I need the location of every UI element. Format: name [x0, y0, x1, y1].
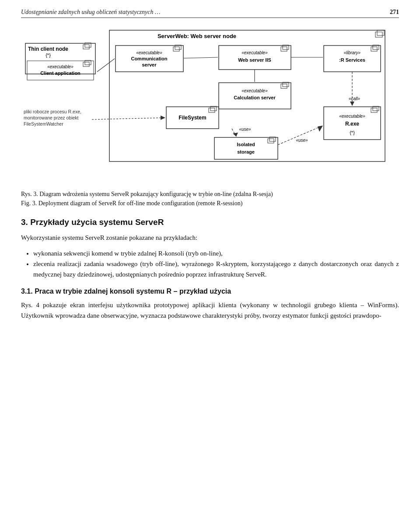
- list-item: wykonania sekwencji komend w trybie zdal…: [33, 248, 399, 259]
- section3-title: Przykłady użycia systemu ServeR: [30, 217, 164, 227]
- svg-text:Client application: Client application: [40, 70, 80, 76]
- svg-text:{*}: {*}: [46, 53, 51, 58]
- svg-rect-31: [281, 84, 287, 88]
- svg-rect-21: [281, 47, 287, 51]
- header-title: Udostępnianie zdalnych usług obliczeń st…: [21, 9, 160, 16]
- deployment-diagram: ServerWeb: Web server node Thin client n…: [22, 26, 398, 183]
- svg-text:«executable»: «executable»: [339, 114, 365, 119]
- svg-text:{*}: {*}: [350, 130, 355, 135]
- svg-text:«call»: «call»: [349, 96, 360, 101]
- svg-text:Web server IIS: Web server IIS: [238, 57, 271, 63]
- svg-text:pliki  robocze procesu R.exe,: pliki robocze procesu R.exe,: [24, 109, 81, 114]
- svg-line-64: [97, 59, 115, 72]
- svg-marker-52: [350, 102, 354, 106]
- svg-text:Communication: Communication: [131, 56, 167, 61]
- svg-rect-39: [214, 137, 278, 159]
- figure-caption: Rys. 3. Diagram wdrożenia systemu ServeR…: [21, 189, 399, 208]
- svg-text:FileSystem: FileSystem: [178, 115, 206, 121]
- svg-text:Isolated: Isolated: [237, 142, 255, 147]
- svg-marker-63: [161, 116, 165, 120]
- subsection31-heading: 3.1. Praca w trybie zdalnej konsoli syst…: [21, 288, 399, 295]
- svg-rect-40: [268, 139, 274, 143]
- svg-rect-15: [173, 47, 179, 51]
- list-item: zlecenia realizacji zadania wsadowego (t…: [33, 259, 399, 280]
- svg-marker-58: [318, 126, 323, 132]
- svg-rect-7: [83, 45, 89, 49]
- svg-rect-3: [377, 30, 384, 35]
- svg-line-62: [92, 118, 165, 119]
- svg-rect-36: [209, 108, 215, 112]
- caption-english: Fig. 3. Deployment diagram of ServeR for…: [21, 199, 399, 208]
- svg-text:«executable»: «executable»: [242, 88, 268, 93]
- svg-text:«library»: «library»: [344, 50, 361, 55]
- bullet-list: wykonania sekwencji komend w trybie zdal…: [33, 248, 399, 280]
- page-header: Udostępnianie zdalnych usług obliczeń st…: [21, 9, 399, 18]
- svg-text:monitorowane przez obiekt: monitorowane przez obiekt: [24, 115, 79, 120]
- section3-intro: Wykorzystanie systemu ServeR zostanie po…: [21, 232, 399, 243]
- svg-text:«use»: «use»: [296, 138, 308, 143]
- svg-text:«use»: «use»: [239, 127, 251, 132]
- svg-text:«executable»: «executable»: [47, 64, 74, 69]
- section3-heading: 3. Przykłady użycia systemu ServeR: [21, 217, 399, 227]
- svg-text::R Services: :R Services: [339, 57, 365, 63]
- svg-text:«executable»: «executable»: [136, 50, 162, 55]
- subsection31-para: Rys. 4 pokazuje ekran interfejsu użytkow…: [21, 300, 399, 321]
- caption-polish: Rys. 3. Diagram wdrożenia systemu ServeR…: [21, 189, 399, 199]
- svg-rect-26: [371, 47, 377, 51]
- svg-marker-55: [233, 133, 238, 137]
- svg-rect-45: [371, 108, 377, 112]
- svg-text:«executable»: «executable»: [242, 50, 268, 55]
- page-number: 271: [390, 9, 399, 16]
- subsection31-number: 3.1.: [21, 288, 33, 295]
- svg-text:ServerWeb: Web server node: ServerWeb: Web server node: [158, 33, 236, 39]
- svg-text:Thin client node: Thin client node: [28, 46, 68, 52]
- svg-text:R.exe: R.exe: [345, 121, 359, 127]
- svg-rect-2: [375, 32, 382, 37]
- svg-line-65: [184, 57, 218, 58]
- subsection31-title: Praca w trybie zdalnej konsoli systemu R…: [35, 288, 231, 295]
- svg-text:server: server: [142, 62, 157, 67]
- svg-text:storage: storage: [237, 149, 255, 154]
- svg-rect-10: [83, 62, 89, 67]
- diagram-container: ServerWeb: Web server node Thin client n…: [21, 26, 399, 183]
- svg-text:Calculation server: Calculation server: [234, 95, 276, 100]
- svg-text:FileSystemWatcher: FileSystemWatcher: [24, 121, 63, 126]
- section3-number: 3.: [21, 217, 28, 227]
